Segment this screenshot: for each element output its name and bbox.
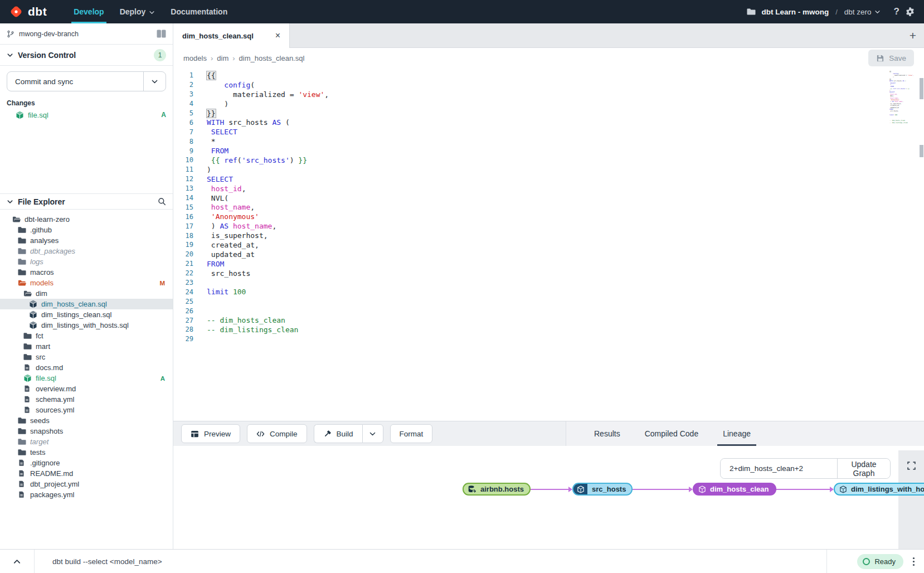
project-name[interactable]: dbt Learn - mwong	[761, 8, 829, 16]
lineage-node-dim_hosts_clean[interactable]: dim_hosts_clean	[693, 483, 776, 496]
tree-item-snapshots[interactable]: snapshots	[0, 426, 173, 436]
folder-icon	[18, 247, 26, 255]
command-bar-collapse-button[interactable]	[0, 550, 35, 573]
tree-item--gitignore[interactable]: .gitignore	[0, 458, 173, 468]
folder-open-icon	[23, 289, 32, 298]
line-number: 25	[173, 298, 193, 305]
version-control-header[interactable]: Version Control 1	[0, 45, 173, 66]
fullscreen-icon[interactable]	[904, 458, 918, 473]
folder-icon	[23, 353, 32, 361]
topnav-right: dbt Learn - mwong / dbt zero ?	[747, 6, 915, 17]
tree-item-seeds[interactable]: seeds	[0, 415, 173, 426]
branch-row: mwong-dev-branch	[0, 23, 173, 45]
editor-minimap[interactable]: {{ config( materialized = 'view', )}}WIT…	[889, 71, 914, 125]
tree-item-readme-md[interactable]: README.md	[0, 468, 173, 479]
project-folder-icon	[747, 7, 756, 16]
tree-item-dbt-project-yml[interactable]: dbt_project.yml	[0, 479, 173, 489]
tree-item-mart[interactable]: mart	[0, 341, 173, 352]
code-line: 5}}	[173, 109, 924, 118]
file-icon	[23, 406, 32, 414]
lineage-node-dim_listings_with_hosts[interactable]: dim_listings_with_hosts	[834, 483, 924, 496]
commit-options-toggle[interactable]	[143, 72, 166, 91]
tree-item-analyses[interactable]: analyses	[0, 235, 173, 246]
nav-item-documentation[interactable]: Documentation	[163, 0, 235, 23]
help-icon[interactable]: ?	[894, 6, 899, 17]
kebab-menu-icon[interactable]	[912, 557, 915, 566]
breadcrumb-item[interactable]: dim_hosts_clean.sql	[228, 54, 304, 62]
lineage-edge	[631, 489, 692, 490]
breadcrumb-item[interactable]: dim	[207, 54, 228, 62]
lineage-selector-input[interactable]	[721, 459, 837, 478]
tree-item-dim[interactable]: dim	[0, 288, 173, 299]
update-graph-button[interactable]: Update Graph	[837, 459, 890, 478]
code-editor[interactable]: 1{{2 config(3 materialized = 'view',4 )5…	[173, 68, 924, 421]
environment-selector[interactable]: dbt zero	[844, 8, 881, 16]
tree-item-src[interactable]: src	[0, 352, 173, 362]
scrollbar-thumb[interactable]	[920, 78, 923, 99]
tree-item-dbt-packages[interactable]: dbt_packages	[0, 246, 173, 256]
tree-item-dim-listings-clean-sql[interactable]: dim_listings_clean.sql	[0, 309, 173, 320]
tree-item-label: .gitignore	[30, 459, 60, 467]
tree-item-schema-yml[interactable]: schema.yml	[0, 394, 173, 405]
preview-button[interactable]: Preview	[181, 424, 240, 443]
tree-item-dim-hosts-clean-sql[interactable]: dim_hosts_clean.sql	[0, 299, 173, 309]
tree-item-overview-md[interactable]: overview.md	[0, 383, 173, 394]
line-number: 19	[173, 241, 193, 249]
commit-and-sync-button[interactable]: Commit and sync	[7, 71, 166, 91]
command-input[interactable]	[35, 550, 826, 573]
lineage-node-airbnb-hosts[interactable]: airbnb.hosts	[463, 483, 531, 496]
new-tab-icon[interactable]: +	[910, 23, 916, 47]
format-button[interactable]: Format	[390, 424, 433, 443]
split-panes-icon[interactable]	[157, 30, 166, 38]
line-number: 18	[173, 232, 193, 240]
code-text: host_id,	[193, 184, 246, 193]
close-icon[interactable]: ×	[275, 31, 280, 40]
nav-item-label: Develop	[74, 7, 104, 16]
line-number: 24	[173, 288, 193, 296]
scrollbar-thumb[interactable]	[920, 145, 923, 157]
tree-item-docs-md[interactable]: docs.md	[0, 362, 173, 373]
code-text: host_name,	[193, 203, 255, 211]
nav-item-develop[interactable]: Develop	[66, 0, 111, 23]
app-body: mwong-dev-branch Version Control 1 Commi…	[0, 23, 924, 549]
database-source-icon	[468, 485, 476, 493]
tree-item-file-sql[interactable]: file.sqlA	[0, 373, 173, 383]
tree-item-label: sources.yml	[36, 406, 74, 414]
tree-item-sources-yml[interactable]: sources.yml	[0, 405, 173, 415]
tree-item-models[interactable]: modelsM	[0, 278, 173, 288]
lineage-controls: Update Graph	[720, 458, 891, 479]
tab-compiled-code[interactable]: Compiled Code	[633, 421, 711, 446]
lineage-node-src_hosts[interactable]: src_hosts	[572, 483, 633, 496]
code-text: ) AS host_name,	[193, 222, 276, 230]
tab-lineage[interactable]: Lineage	[711, 421, 763, 446]
tree-item-target[interactable]: target	[0, 436, 173, 447]
file-explorer-header[interactable]: File Explorer	[0, 193, 173, 210]
tree-item-logs[interactable]: logs	[0, 256, 173, 267]
tree-item-packages-yml[interactable]: packages.yml	[0, 489, 173, 500]
tree-item--github[interactable]: .github	[0, 225, 173, 235]
format-button-label: Format	[400, 430, 424, 438]
tree-item-macros[interactable]: macros	[0, 267, 173, 278]
save-button[interactable]: Save	[868, 50, 914, 66]
lineage-side-panel	[898, 450, 924, 549]
dbt-logo[interactable]: dbt	[9, 4, 47, 19]
code-line: 8 *	[173, 137, 924, 146]
changed-file-item[interactable]: file.sqlA	[7, 109, 166, 120]
nav-item-deploy[interactable]: Deploy	[112, 0, 163, 23]
editor-tab-dim-hosts-clean[interactable]: dim_hosts_clean.sql ×	[173, 23, 290, 48]
editor-scrollbar[interactable]	[919, 68, 924, 421]
tree-item-fct[interactable]: fct	[0, 331, 173, 341]
commit-button-label: Commit and sync	[7, 72, 143, 91]
breadcrumb-item[interactable]: models	[183, 54, 207, 62]
code-line: 23	[173, 278, 924, 288]
tab-results[interactable]: Results	[582, 421, 633, 446]
branch-name[interactable]: mwong-dev-branch	[19, 30, 79, 38]
tree-item-dbt-learn-zero[interactable]: dbt-learn-zero	[0, 214, 173, 225]
build-options-toggle[interactable]	[362, 424, 383, 443]
build-button[interactable]: Build	[314, 424, 362, 443]
search-icon[interactable]	[158, 197, 166, 206]
compile-button[interactable]: Compile	[247, 424, 307, 443]
gear-icon[interactable]	[905, 7, 915, 17]
tree-item-tests[interactable]: tests	[0, 447, 173, 458]
tree-item-dim-listings-with-hosts-sql[interactable]: dim_listings_with_hosts.sql	[0, 320, 173, 331]
